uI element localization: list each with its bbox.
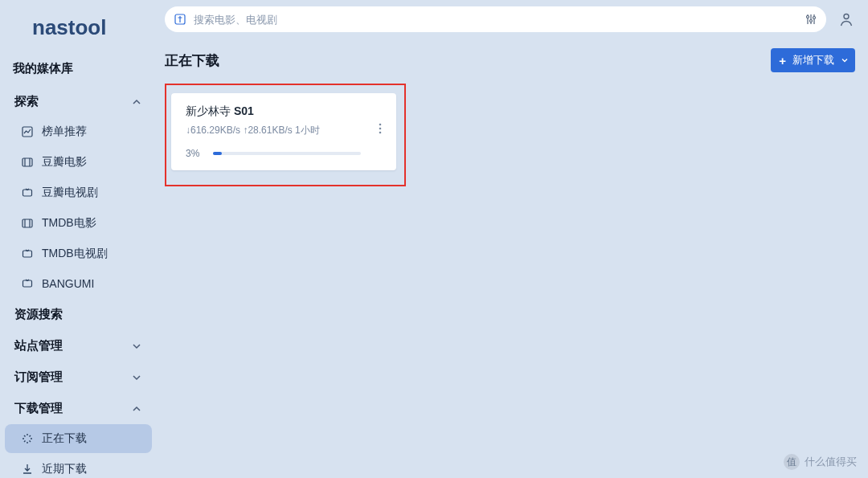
sidebar-item-tmdb-tv[interactable]: TMDB电视剧 (5, 239, 152, 268)
watermark: 值 什么值得买 (784, 454, 857, 470)
search-type-icon[interactable] (173, 12, 187, 27)
sidebar-label: 我的媒体库 (13, 61, 73, 76)
download-card[interactable]: 新少林寺 S01 ↓616.29KB/s ↑28.61KB/s 1小时 3% (171, 93, 396, 170)
chevron-up-icon (131, 96, 142, 108)
search-input[interactable] (194, 14, 797, 26)
svg-point-12 (844, 14, 849, 19)
sidebar-item-label: 近期下载 (42, 462, 87, 476)
page-title: 正在下载 (165, 51, 219, 70)
svg-point-14 (379, 128, 382, 130)
download-title: 新少林寺 S01 (186, 104, 383, 119)
sidebar-item-bangumi[interactable]: BANGUMI (5, 270, 152, 297)
eta: 1小时 (295, 125, 320, 136)
sidebar-label: 探索 (14, 94, 39, 109)
sidebar-label: 订阅管理 (14, 370, 63, 385)
up-speed: ↑28.61KB/s (243, 125, 292, 136)
sidebar-item-library[interactable]: 我的媒体库 (5, 51, 152, 86)
download-season: S01 (234, 104, 254, 117)
sidebar-item-label: 正在下载 (42, 431, 87, 446)
svg-point-9 (807, 16, 809, 18)
sidebar-item-label: BANGUMI (42, 277, 94, 290)
sidebar-item-label: 豆瓣电视剧 (42, 186, 98, 200)
topbar (157, 0, 868, 37)
page-header: 正在下载 + 新增下载 (165, 48, 855, 72)
sidebar-item-label: 榜单推荐 (42, 125, 87, 139)
watermark-text: 什么值得买 (805, 455, 857, 469)
sidebar-item-label: 豆瓣电影 (42, 155, 87, 170)
svg-point-15 (379, 132, 382, 134)
sidebar-section-download[interactable]: 下载管理 (5, 393, 152, 424)
download-name: 新少林寺 (186, 104, 231, 117)
sidebar-label: 下载管理 (14, 401, 63, 416)
svg-point-10 (810, 20, 813, 22)
chevron-down-icon (131, 341, 142, 352)
sidebar-item-recent-download[interactable]: 近期下载 (5, 455, 152, 478)
chevron-down-icon (841, 56, 849, 64)
progress-percent: 3% (186, 148, 205, 159)
sidebar-nav: 我的媒体库 探索 榜单推荐 豆瓣电影 豆瓣电视剧 TMDB电影 TMDB电视剧 (0, 50, 157, 478)
brand-text: nastool (32, 15, 106, 40)
sidebar-item-label: TMDB电视剧 (42, 247, 108, 261)
svg-point-13 (379, 124, 382, 126)
progress-fill (213, 152, 222, 155)
search-box[interactable] (165, 6, 826, 32)
sidebar-label: 资源搜索 (14, 307, 63, 322)
svg-rect-3 (23, 219, 32, 227)
tv-icon (21, 247, 34, 260)
sidebar-section-subscribe[interactable]: 订阅管理 (5, 362, 152, 393)
brand-logo[interactable]: nastool (0, 5, 157, 50)
content-area: 正在下载 + 新增下载 新少林寺 S01 ↓616.29KB/s ↑28.61K… (157, 37, 868, 478)
add-download-button[interactable]: + 新增下载 (771, 48, 855, 72)
progress-bar[interactable] (213, 152, 361, 155)
sidebar-section-sites[interactable]: 站点管理 (5, 330, 152, 362)
plus-icon: + (779, 54, 786, 67)
tv-icon (21, 277, 34, 290)
sidebar-item-tmdb-movie[interactable]: TMDB电影 (5, 209, 152, 238)
svg-rect-1 (23, 158, 32, 166)
sidebar-label: 站点管理 (14, 338, 63, 353)
sidebar-item-downloading[interactable]: 正在下载 (5, 424, 152, 453)
sidebar-item-douban-movie[interactable]: 豆瓣电影 (5, 148, 152, 177)
sidebar: nastool 我的媒体库 探索 榜单推荐 豆瓣电影 豆瓣电视剧 TMDB电影 (0, 0, 157, 478)
sidebar-item-ranking[interactable]: 榜单推荐 (5, 117, 152, 146)
download-stats: ↓616.29KB/s ↑28.61KB/s 1小时 (186, 124, 383, 137)
tv-icon (21, 186, 34, 199)
sidebar-item-label: TMDB电影 (42, 216, 96, 231)
sidebar-item-douban-tv[interactable]: 豆瓣电视剧 (5, 178, 152, 207)
main: 正在下载 + 新增下载 新少林寺 S01 ↓616.29KB/s ↑28.61K… (157, 0, 868, 478)
add-download-label: 新增下载 (792, 53, 834, 67)
down-speed: ↓616.29KB/s (186, 125, 240, 136)
download-icon (21, 463, 34, 476)
chevron-down-icon (131, 372, 142, 383)
sidebar-section-explore[interactable]: 探索 (5, 86, 152, 117)
progress-row: 3% (186, 148, 361, 159)
chart-icon (21, 125, 34, 138)
highlight-box: 新少林寺 S01 ↓616.29KB/s ↑28.61KB/s 1小时 3% (165, 84, 406, 186)
watermark-badge-icon: 值 (784, 454, 800, 470)
more-menu-icon[interactable] (374, 122, 387, 135)
film-icon (21, 156, 34, 169)
sliders-icon[interactable] (804, 12, 818, 27)
user-icon[interactable] (837, 10, 855, 28)
film-icon (21, 217, 34, 230)
sidebar-section-search[interactable]: 资源搜索 (5, 299, 152, 330)
loading-icon (21, 432, 34, 445)
chevron-up-icon (131, 403, 142, 415)
svg-point-11 (813, 17, 816, 19)
